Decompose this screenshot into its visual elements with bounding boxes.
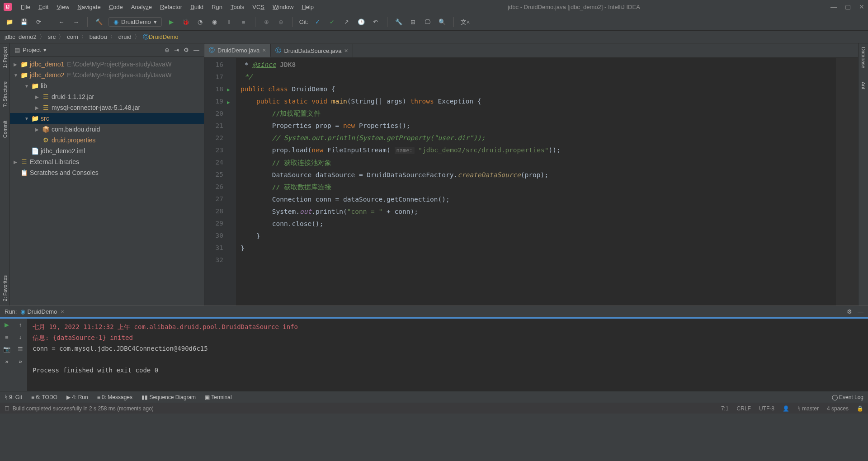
tree-node-extlib[interactable]: ▶☰External Libraries (10, 156, 204, 167)
tree-node-lib[interactable]: ▼📁lib (10, 80, 204, 91)
down-icon[interactable]: ↓ (19, 334, 22, 340)
menu-refactor[interactable]: Refactor (156, 2, 186, 12)
attach-icon[interactable]: ⏸ (224, 17, 234, 27)
menu-analyze[interactable]: Analyze (127, 2, 156, 12)
tab-run[interactable]: ▶ 4: Run (66, 394, 88, 400)
quick-access-icon[interactable]: ☐ (5, 405, 9, 412)
collapse-icon[interactable]: ⇥ (174, 47, 179, 53)
minimize-icon[interactable]: ― (830, 3, 837, 10)
tab-database[interactable]: Database (861, 47, 866, 68)
editor-tab-druiddatasource[interactable]: ⒸDruidDataSource.java× (271, 44, 353, 57)
inspection-icon[interactable]: 👤 (783, 405, 789, 412)
menu-view[interactable]: View (53, 2, 73, 12)
more-icon[interactable]: » (5, 358, 8, 365)
maximize-icon[interactable]: ▢ (845, 3, 851, 10)
search-icon[interactable]: 🔍 (437, 17, 447, 27)
up-icon[interactable]: ↑ (19, 321, 22, 328)
stop-icon[interactable]: ■ (5, 334, 9, 340)
run-icon[interactable]: ▶ (166, 17, 176, 27)
minimap[interactable] (835, 58, 858, 306)
event-log[interactable]: ◯ Event Log (832, 394, 863, 400)
rerun-icon[interactable]: ▶ (5, 321, 9, 328)
run-gutter[interactable]: ▶▶ (227, 58, 236, 306)
locate-icon[interactable]: ⊕ (165, 47, 170, 53)
crumb-druid[interactable]: druid (118, 33, 132, 40)
lock-icon[interactable]: 🔒 (857, 405, 863, 412)
code-editor[interactable]: 1617181920212223242526272829303132 ▶▶ * … (204, 58, 858, 306)
menu-tools[interactable]: Tools (227, 2, 248, 12)
close-icon[interactable]: × (61, 308, 64, 315)
gear-icon[interactable]: ⚙ (184, 47, 189, 53)
tree-node-mysqljar[interactable]: ▶☰mysql-connector-java-5.1.48.jar (10, 102, 204, 113)
stop-icon[interactable]: ■ (239, 17, 249, 27)
tab-structure[interactable]: 7: Structure (2, 81, 8, 107)
crumb-baidou[interactable]: baidou (90, 33, 107, 40)
coverage-icon[interactable]: ◔ (195, 17, 205, 27)
debug-icon[interactable]: 🐞 (181, 17, 191, 27)
structure-icon[interactable]: ⊞ (408, 17, 418, 27)
tab-project[interactable]: 1: Project (2, 47, 8, 68)
tab-sequence[interactable]: ▮▮ Sequence Diagram (142, 394, 196, 400)
save-icon[interactable]: 💾 (19, 17, 29, 27)
tab-commit[interactable]: Commit (2, 121, 8, 138)
tree-node-scratch[interactable]: 📋Scratches and Consoles (10, 167, 204, 178)
open-icon[interactable]: 📁 (5, 17, 14, 27)
more-icon[interactable]: » (19, 358, 22, 365)
close-tab-icon[interactable]: × (262, 47, 266, 54)
crumb-class[interactable]: DruidDemo (149, 33, 179, 40)
close-tab-icon[interactable]: × (344, 47, 348, 54)
forward-icon[interactable]: → (71, 17, 81, 27)
back-icon[interactable]: ← (57, 17, 66, 27)
menu-help[interactable]: Help (298, 2, 317, 12)
misc-icon-2[interactable]: ⊕ (276, 17, 286, 27)
hide-icon[interactable]: ― (858, 308, 863, 315)
sync-icon[interactable]: ⟳ (33, 17, 43, 27)
menu-file[interactable]: File (17, 2, 34, 12)
gear-icon[interactable]: ⚙ (847, 308, 852, 315)
translate-icon[interactable]: 文A (460, 17, 470, 27)
chevron-down-icon[interactable]: ▾ (43, 47, 47, 53)
code-content[interactable]: * @since JDK8 */ public class DruidDemo … (236, 58, 835, 306)
file-encoding[interactable]: UTF-8 (759, 405, 774, 412)
tree-node-demo1[interactable]: ▶📁jdbc_demo1E:\Code\MyProject\java-study… (10, 59, 204, 70)
tab-todo[interactable]: ≡ 6: TODO (31, 394, 57, 400)
build-icon[interactable]: 🔨 (94, 17, 104, 27)
menu-window[interactable]: Window (269, 2, 297, 12)
line-separator[interactable]: CRLF (737, 405, 751, 412)
editor-tab-druiddemo[interactable]: ⒸDruidDemo.java× (204, 44, 271, 57)
tree-node-props[interactable]: ⚙druid.properties (10, 135, 204, 146)
camera-icon[interactable]: 📷 (3, 346, 10, 353)
menu-code[interactable]: Code (105, 2, 127, 12)
profile-icon[interactable]: ◉ (210, 17, 220, 27)
menu-edit[interactable]: Edit (35, 2, 52, 12)
misc-icon-1[interactable]: ⊕ (262, 17, 272, 27)
tab-ant[interactable]: Ant (861, 82, 866, 89)
menu-vcs[interactable]: VCS (249, 2, 268, 12)
menu-run[interactable]: Run (208, 2, 226, 12)
tab-terminal[interactable]: ▣ Terminal (205, 394, 231, 400)
crumb-com[interactable]: com (67, 33, 78, 40)
hide-icon[interactable]: ― (193, 47, 199, 53)
screenshot-icon[interactable]: 🖵 (423, 17, 433, 27)
git-rollback-icon[interactable]: ↶ (371, 17, 381, 27)
run-config-selector[interactable]: ◉ DruidDemo ▾ (108, 17, 162, 27)
tree-node-druidjar[interactable]: ▶☰druid-1.1.12.jar (10, 91, 204, 102)
git-branch[interactable]: ᛋ master (797, 405, 819, 412)
caret-position[interactable]: 7:1 (721, 405, 729, 412)
tree-node-demo2[interactable]: ▼📁jdbc_demo2E:\Code\MyProject\java-study… (10, 70, 204, 80)
tree-node-src[interactable]: ▼📁src (10, 113, 204, 124)
tab-messages[interactable]: ≡ 0: Messages (97, 394, 132, 400)
git-history-icon[interactable]: 🕒 (356, 17, 366, 27)
close-icon[interactable]: ✕ (859, 3, 864, 10)
git-push-icon[interactable]: ↗ (342, 17, 352, 27)
console-output[interactable]: 七月 19, 2022 11:12:32 上午 com.alibaba.drui… (27, 319, 868, 391)
menu-build[interactable]: Build (187, 2, 207, 12)
crumb-src[interactable]: src (48, 33, 56, 40)
tree-node-pkg[interactable]: ▶📦com.baidou.druid (10, 124, 204, 135)
indent-setting[interactable]: 4 spaces (827, 405, 849, 412)
git-commit-icon[interactable]: ✓ (327, 17, 337, 27)
tree-node-iml[interactable]: 📄jdbc_demo2.iml (10, 146, 204, 156)
wrap-icon[interactable]: ☰ (18, 346, 23, 353)
settings-icon[interactable]: 🔧 (394, 17, 404, 27)
menu-navigate[interactable]: Navigate (74, 2, 104, 12)
